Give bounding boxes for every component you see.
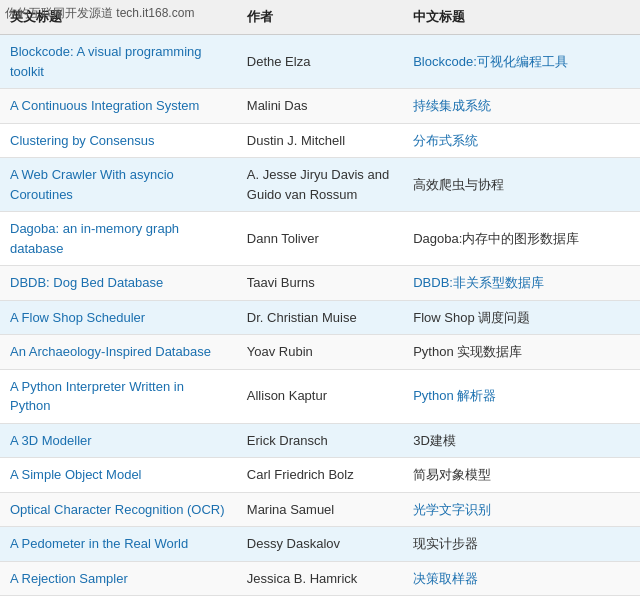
cell-zh-title: 高效爬虫与协程 (403, 158, 640, 212)
table-row: A Rejection SamplerJessica B. Hamrick决策取… (0, 561, 640, 596)
main-table: 英文标题 作者 中文标题 Blockcode: A visual program… (0, 0, 640, 603)
cell-author: Dr. Christian Muise (237, 300, 403, 335)
zh-title-link[interactable]: Python 解析器 (413, 388, 496, 403)
cell-author: Yoav Rubin (237, 335, 403, 370)
table-row: Dagoba: an in-memory graph databaseDann … (0, 212, 640, 266)
en-title-link[interactable]: A Pedometer in the Real World (10, 536, 188, 551)
cell-author: Marina Samuel (237, 492, 403, 527)
cell-author: Jessica B. Hamrick (237, 561, 403, 596)
table-row: A Continuous Integration SystemMalini Da… (0, 89, 640, 124)
zh-title-link[interactable]: 持续集成系统 (413, 98, 491, 113)
cell-author: Taavi Burns (237, 266, 403, 301)
cell-zh-title: 现实计步器 (403, 527, 640, 562)
table-row: Optical Character Recognition (OCR)Marin… (0, 492, 640, 527)
header-author: 作者 (237, 0, 403, 35)
table-row: An Archaeology-Inspired DatabaseYoav Rub… (0, 335, 640, 370)
zh-title-link[interactable]: 决策取样器 (413, 571, 478, 586)
cell-en-title[interactable]: A Rejection Sampler (0, 561, 237, 596)
zh-title-link[interactable]: Blockcode:可视化编程工具 (413, 54, 568, 69)
cell-en-title[interactable]: Blockcode: A visual programming toolkit (0, 35, 237, 89)
cell-en-title[interactable]: DBDB: Dog Bed Database (0, 266, 237, 301)
en-title-link[interactable]: A Simple Object Model (10, 467, 142, 482)
table-row: Web SpreadsheetAudrey TangWeb 电子表格(繁体中文版… (0, 596, 640, 604)
table-row: A Flow Shop SchedulerDr. Christian Muise… (0, 300, 640, 335)
table-row: A Pedometer in the Real WorldDessy Daska… (0, 527, 640, 562)
table-row: Clustering by ConsensusDustin J. Mitchel… (0, 123, 640, 158)
en-title-link[interactable]: A 3D Modeller (10, 433, 92, 448)
cell-en-title[interactable]: A Web Crawler With asyncio Coroutines (0, 158, 237, 212)
en-title-link[interactable]: Blockcode: A visual programming toolkit (10, 44, 201, 79)
table-body: Blockcode: A visual programming toolkitD… (0, 35, 640, 604)
cell-zh-title[interactable]: Python 解析器 (403, 369, 640, 423)
en-title-link[interactable]: A Continuous Integration System (10, 98, 199, 113)
cell-zh-title: Web 电子表格(繁体中文版) (403, 596, 640, 604)
cell-author: A. Jesse Jiryu Davis and Guido van Rossu… (237, 158, 403, 212)
watermark: 你的互联网开发源道 tech.it168.com (5, 5, 194, 22)
cell-zh-title[interactable]: Blockcode:可视化编程工具 (403, 35, 640, 89)
cell-zh-title[interactable]: 持续集成系统 (403, 89, 640, 124)
zh-title-link[interactable]: 分布式系统 (413, 133, 478, 148)
cell-author: Dethe Elza (237, 35, 403, 89)
cell-zh-title: Python 实现数据库 (403, 335, 640, 370)
cell-en-title[interactable]: An Archaeology-Inspired Database (0, 335, 237, 370)
table-row: Blockcode: A visual programming toolkitD… (0, 35, 640, 89)
cell-en-title[interactable]: Optical Character Recognition (OCR) (0, 492, 237, 527)
cell-en-title[interactable]: Clustering by Consensus (0, 123, 237, 158)
cell-zh-title[interactable]: 决策取样器 (403, 561, 640, 596)
en-title-link[interactable]: A Web Crawler With asyncio Coroutines (10, 167, 174, 202)
cell-zh-title: Flow Shop 调度问题 (403, 300, 640, 335)
zh-title-link[interactable]: 光学文字识别 (413, 502, 491, 517)
cell-author: Audrey Tang (237, 596, 403, 604)
en-title-link[interactable]: A Python Interpreter Written in Python (10, 379, 184, 414)
table-row: A Simple Object ModelCarl Friedrich Bolz… (0, 458, 640, 493)
cell-en-title[interactable]: Dagoba: an in-memory graph database (0, 212, 237, 266)
cell-zh-title: Dagoba:内存中的图形数据库 (403, 212, 640, 266)
en-title-link[interactable]: DBDB: Dog Bed Database (10, 275, 163, 290)
cell-zh-title: 3D建模 (403, 423, 640, 458)
cell-author: Allison Kaptur (237, 369, 403, 423)
header-chinese: 中文标题 (403, 0, 640, 35)
cell-en-title[interactable]: A Python Interpreter Written in Python (0, 369, 237, 423)
cell-zh-title[interactable]: DBDB:非关系型数据库 (403, 266, 640, 301)
cell-author: Carl Friedrich Bolz (237, 458, 403, 493)
cell-en-title[interactable]: A Continuous Integration System (0, 89, 237, 124)
en-title-link[interactable]: Optical Character Recognition (OCR) (10, 502, 225, 517)
en-title-link[interactable]: A Flow Shop Scheduler (10, 310, 145, 325)
en-title-link[interactable]: Dagoba: an in-memory graph database (10, 221, 179, 256)
table-row: A 3D ModellerErick Dransch3D建模 (0, 423, 640, 458)
cell-en-title[interactable]: A Flow Shop Scheduler (0, 300, 237, 335)
cell-author: Malini Das (237, 89, 403, 124)
en-title-link[interactable]: An Archaeology-Inspired Database (10, 344, 211, 359)
cell-en-title: Web Spreadsheet (0, 596, 237, 604)
cell-en-title[interactable]: A Simple Object Model (0, 458, 237, 493)
cell-en-title[interactable]: A 3D Modeller (0, 423, 237, 458)
cell-author: Erick Dransch (237, 423, 403, 458)
cell-zh-title[interactable]: 分布式系统 (403, 123, 640, 158)
cell-zh-title[interactable]: 光学文字识别 (403, 492, 640, 527)
cell-author: Dustin J. Mitchell (237, 123, 403, 158)
cell-author: Dessy Daskalov (237, 527, 403, 562)
en-title-link[interactable]: A Rejection Sampler (10, 571, 128, 586)
table-container: 英文标题 作者 中文标题 Blockcode: A visual program… (0, 0, 640, 603)
table-row: DBDB: Dog Bed DatabaseTaavi BurnsDBDB:非关… (0, 266, 640, 301)
cell-en-title[interactable]: A Pedometer in the Real World (0, 527, 237, 562)
cell-author: Dann Toliver (237, 212, 403, 266)
en-title-link[interactable]: Clustering by Consensus (10, 133, 155, 148)
table-row: A Web Crawler With asyncio CoroutinesA. … (0, 158, 640, 212)
cell-zh-title: 简易对象模型 (403, 458, 640, 493)
zh-title-link[interactable]: DBDB:非关系型数据库 (413, 275, 544, 290)
table-row: A Python Interpreter Written in PythonAl… (0, 369, 640, 423)
